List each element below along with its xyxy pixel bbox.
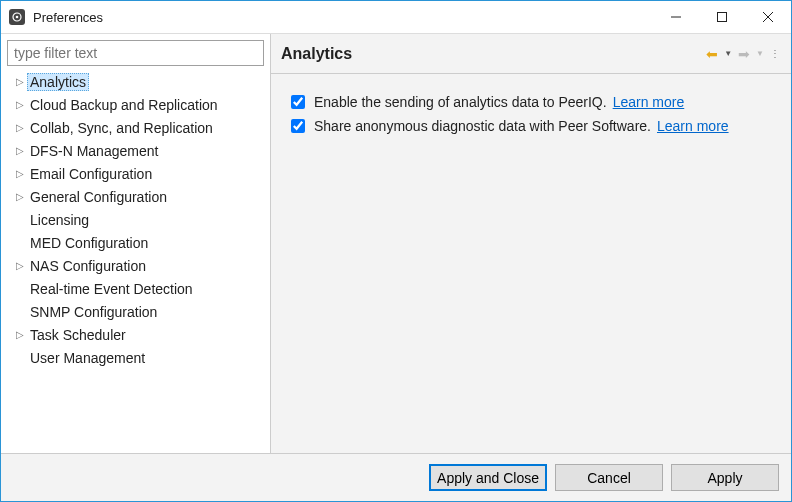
minimize-button[interactable]: [653, 1, 699, 33]
apply-button[interactable]: Apply: [671, 464, 779, 491]
preferences-window: Preferences ▷Analytics▷Cloud Backup and …: [0, 0, 792, 502]
tree-item-label: Email Configuration: [27, 166, 155, 182]
main-header: Analytics ⬅ ▼ ➡ ▼ ⋮: [271, 34, 791, 74]
svg-point-1: [16, 16, 19, 19]
menu-icon[interactable]: ⋮: [770, 48, 781, 59]
expander-icon[interactable]: ▷: [13, 168, 27, 179]
tree-item-label: NAS Configuration: [27, 258, 149, 274]
preferences-tree: ▷Analytics▷Cloud Backup and Replication▷…: [7, 70, 264, 369]
tree-item-email-configuration[interactable]: ▷Email Configuration: [7, 162, 264, 185]
tree-item-label: Task Scheduler: [27, 327, 129, 343]
cancel-button[interactable]: Cancel: [555, 464, 663, 491]
tree-item-label: Collab, Sync, and Replication: [27, 120, 216, 136]
option-row: Share anonymous diagnostic data with Pee…: [287, 114, 775, 138]
tree-item-label: Licensing: [27, 212, 92, 228]
learn-more-link[interactable]: Learn more: [613, 94, 685, 110]
option-text: Enable the sending of analytics data to …: [314, 94, 607, 110]
maximize-button[interactable]: [699, 1, 745, 33]
tree-item-licensing[interactable]: Licensing: [7, 208, 264, 231]
tree-item-label: General Configuration: [27, 189, 170, 205]
forward-menu-icon[interactable]: ▼: [756, 49, 764, 58]
button-bar: Apply and Close Cancel Apply: [1, 453, 791, 501]
back-icon[interactable]: ⬅: [706, 46, 718, 62]
tree-item-label: Analytics: [27, 73, 89, 91]
tree-item-analytics[interactable]: ▷Analytics: [7, 70, 264, 93]
svg-rect-3: [718, 13, 727, 22]
expander-icon[interactable]: ▷: [13, 122, 27, 133]
tree-item-snmp-configuration[interactable]: SNMP Configuration: [7, 300, 264, 323]
tree-item-label: DFS-N Management: [27, 143, 161, 159]
learn-more-link[interactable]: Learn more: [657, 118, 729, 134]
tree-item-label: Cloud Backup and Replication: [27, 97, 221, 113]
back-menu-icon[interactable]: ▼: [724, 49, 732, 58]
expander-icon[interactable]: ▷: [13, 191, 27, 202]
expander-icon[interactable]: ▷: [13, 76, 27, 87]
tree-item-cloud-backup-and-replication[interactable]: ▷Cloud Backup and Replication: [7, 93, 264, 116]
close-button[interactable]: [745, 1, 791, 33]
content-area: Enable the sending of analytics data to …: [271, 74, 791, 453]
option-text: Share anonymous diagnostic data with Pee…: [314, 118, 651, 134]
main-panel: Analytics ⬅ ▼ ➡ ▼ ⋮ Enable the sending o…: [271, 34, 791, 453]
app-icon: [9, 9, 25, 25]
window-title: Preferences: [33, 10, 103, 25]
expander-icon[interactable]: ▷: [13, 329, 27, 340]
option-row: Enable the sending of analytics data to …: [287, 90, 775, 114]
option-checkbox[interactable]: [291, 119, 305, 133]
expander-icon[interactable]: ▷: [13, 260, 27, 271]
tree-item-task-scheduler[interactable]: ▷Task Scheduler: [7, 323, 264, 346]
tree-item-label: Real-time Event Detection: [27, 281, 196, 297]
expander-icon[interactable]: ▷: [13, 99, 27, 110]
forward-icon[interactable]: ➡: [738, 46, 750, 62]
expander-icon[interactable]: ▷: [13, 145, 27, 156]
tree-item-dfs-n-management[interactable]: ▷DFS-N Management: [7, 139, 264, 162]
tree-item-real-time-event-detection[interactable]: Real-time Event Detection: [7, 277, 264, 300]
tree-item-label: SNMP Configuration: [27, 304, 160, 320]
tree-item-user-management[interactable]: User Management: [7, 346, 264, 369]
option-checkbox[interactable]: [291, 95, 305, 109]
tree-item-general-configuration[interactable]: ▷General Configuration: [7, 185, 264, 208]
sidebar: ▷Analytics▷Cloud Backup and Replication▷…: [1, 34, 271, 453]
filter-input[interactable]: [7, 40, 264, 66]
tree-item-nas-configuration[interactable]: ▷NAS Configuration: [7, 254, 264, 277]
tree-item-collab-sync-and-replication[interactable]: ▷Collab, Sync, and Replication: [7, 116, 264, 139]
titlebar: Preferences: [1, 1, 791, 33]
page-title: Analytics: [281, 45, 706, 63]
tree-item-label: MED Configuration: [27, 235, 151, 251]
tree-item-label: User Management: [27, 350, 148, 366]
tree-item-med-configuration[interactable]: MED Configuration: [7, 231, 264, 254]
apply-and-close-button[interactable]: Apply and Close: [429, 464, 547, 491]
